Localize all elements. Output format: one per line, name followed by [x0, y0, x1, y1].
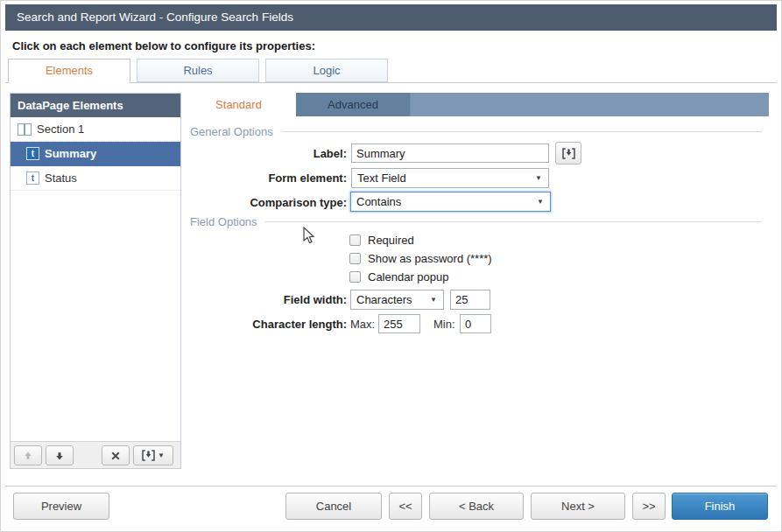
- tab-advanced[interactable]: Advanced: [296, 93, 411, 116]
- last-step-button[interactable]: >>: [632, 493, 666, 520]
- insert-element-button[interactable]: ▼: [133, 445, 173, 466]
- window-title: Search and Report Wizard - Configure Sea…: [5, 4, 777, 31]
- character-length-label: Character length:: [185, 318, 347, 331]
- form-element-label: Form element:: [185, 172, 347, 185]
- instruction-text: Click on each element below to configure…: [12, 39, 315, 52]
- move-up-button[interactable]: [14, 445, 42, 466]
- chevron-down-icon: ▼: [535, 174, 548, 182]
- section-icon: [18, 123, 32, 135]
- calendar-popup-checkbox[interactable]: [349, 271, 361, 283]
- move-down-button[interactable]: [46, 445, 74, 466]
- required-checkbox-row: Required: [349, 234, 414, 247]
- list-item-label: Status: [45, 172, 77, 185]
- delete-element-button[interactable]: [102, 445, 130, 466]
- insert-element-icon: [142, 450, 155, 461]
- selected-value: Contains: [351, 195, 537, 208]
- form-element-select[interactable]: Text Field ▼: [351, 168, 549, 188]
- x-icon: [110, 451, 121, 461]
- arrow-down-icon: [54, 451, 65, 461]
- preview-button[interactable]: Preview: [13, 493, 109, 520]
- tab-elements[interactable]: Elements: [8, 59, 130, 83]
- max-label: Max:: [350, 318, 375, 331]
- show-as-password-checkbox-row: Show as password (****): [349, 252, 492, 265]
- properties-tabstrip: Standard Advanced: [181, 93, 769, 116]
- tab-standard[interactable]: Standard: [181, 93, 296, 116]
- list-item-label: Summary: [45, 147, 96, 160]
- selected-value: Characters: [351, 293, 430, 306]
- wizard-dialog: Search and Report Wizard - Configure Sea…: [0, 0, 782, 532]
- chevron-down-icon: ▼: [537, 198, 550, 206]
- label-input[interactable]: [351, 144, 549, 163]
- comparison-type-select[interactable]: Contains ▼: [350, 192, 551, 212]
- next-button[interactable]: Next >: [531, 493, 625, 520]
- general-options-section: General Options: [190, 125, 762, 138]
- list-item-status[interactable]: t Status: [11, 166, 180, 191]
- calendar-popup-checkbox-row: Calendar popup: [349, 270, 449, 284]
- elements-toolbar: ▼: [11, 441, 180, 468]
- comparison-type-label: Comparison type:: [185, 196, 347, 209]
- tab-logic[interactable]: Logic: [265, 59, 388, 82]
- field-width-label: Field width:: [185, 293, 347, 306]
- back-button[interactable]: < Back: [429, 493, 524, 520]
- label-field-label: Label:: [185, 147, 347, 160]
- insert-parameter-icon: [562, 148, 575, 159]
- text-field-icon: t: [26, 147, 39, 160]
- chevron-down-icon: ▼: [158, 452, 165, 459]
- arrow-up-icon: [23, 451, 33, 461]
- tab-rules[interactable]: Rules: [137, 59, 259, 82]
- checkbox-label: Required: [368, 234, 414, 247]
- min-label: Min:: [433, 318, 455, 331]
- show-as-password-checkbox[interactable]: [349, 253, 361, 264]
- datapage-elements-panel: DataPage Elements Section 1 t Summary t …: [10, 93, 181, 469]
- insert-parameter-button[interactable]: [555, 142, 581, 164]
- section-divider: [281, 131, 762, 132]
- checkbox-label: Show as password (****): [368, 252, 492, 265]
- chevron-down-icon: ▼: [430, 296, 443, 304]
- finish-button[interactable]: Finish: [672, 493, 768, 520]
- min-length-input[interactable]: [460, 314, 491, 333]
- list-item-label: Section 1: [37, 122, 84, 136]
- mouse-cursor: [303, 227, 315, 245]
- checkbox-label: Calendar popup: [368, 270, 449, 284]
- footer-divider: [5, 486, 777, 486]
- text-field-icon: t: [26, 172, 39, 185]
- required-checkbox[interactable]: [349, 234, 361, 246]
- field-width-input[interactable]: [450, 290, 490, 310]
- section-divider: [265, 221, 762, 222]
- section-title: General Options: [190, 125, 273, 138]
- datapage-elements-header: DataPage Elements: [11, 94, 180, 117]
- max-length-input[interactable]: [378, 314, 420, 333]
- field-options-section: Field Options: [190, 215, 762, 228]
- list-item-section1[interactable]: Section 1: [11, 117, 180, 142]
- cancel-button[interactable]: Cancel: [285, 493, 382, 520]
- field-width-unit-select[interactable]: Characters ▼: [350, 290, 444, 310]
- list-item-summary[interactable]: t Summary: [11, 142, 180, 166]
- first-step-button[interactable]: <<: [389, 493, 422, 520]
- section-title: Field Options: [190, 215, 257, 228]
- selected-value: Text Field: [352, 172, 535, 185]
